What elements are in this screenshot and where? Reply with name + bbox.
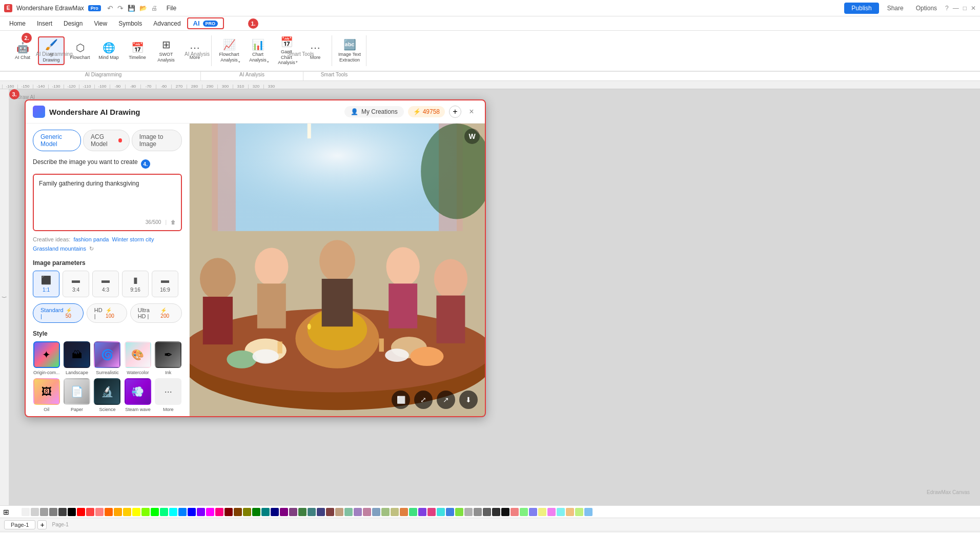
- color-swatch[interactable]: [317, 508, 325, 516]
- style-steam-wave[interactable]: 💨 Steam wave: [124, 378, 151, 412]
- color-swatch[interactable]: [215, 508, 223, 516]
- color-swatch[interactable]: [511, 508, 519, 516]
- share-button[interactable]: Share: [883, 4, 908, 13]
- color-swatch[interactable]: [584, 508, 593, 516]
- style-watercolor[interactable]: 🎨 Watercolor: [124, 341, 151, 375]
- menu-home[interactable]: Home: [4, 18, 31, 29]
- page-tab-1[interactable]: Page-1: [4, 520, 35, 529]
- menu-insert[interactable]: Insert: [32, 18, 57, 29]
- panel-close-btn[interactable]: ×: [465, 106, 478, 118]
- tool-image-text[interactable]: 🔤 Image Text Extraction: [336, 36, 363, 65]
- tool-mind-map[interactable]: 🌐 Mind Map: [95, 36, 122, 65]
- tab-acg-model[interactable]: ACG Model: [83, 130, 130, 151]
- tool-flowchart-analysis[interactable]: 📈 Flowchart Analysis ▾: [216, 36, 242, 65]
- color-swatch[interactable]: [132, 508, 140, 516]
- color-swatch[interactable]: [105, 508, 113, 516]
- color-swatch[interactable]: [114, 508, 122, 516]
- style-ink[interactable]: ✒ Ink: [155, 341, 182, 375]
- tool-flowchart[interactable]: ⬡ Flowchart: [67, 36, 93, 65]
- download-btn[interactable]: ⬇: [459, 391, 478, 409]
- menu-file[interactable]: File: [161, 3, 181, 14]
- tool-more-1[interactable]: ⋯ More: [181, 36, 208, 65]
- help-btn[interactable]: ?: [945, 5, 949, 12]
- color-swatch[interactable]: [58, 508, 67, 516]
- color-swatch[interactable]: [363, 508, 371, 516]
- color-swatch[interactable]: [372, 508, 380, 516]
- maximize-btn[interactable]: □: [963, 5, 967, 12]
- color-swatch[interactable]: [474, 508, 482, 516]
- idea-winter-storm[interactable]: Winter storm city: [112, 236, 154, 242]
- color-swatch[interactable]: [538, 508, 546, 516]
- color-swatch[interactable]: [529, 508, 537, 516]
- color-swatch[interactable]: [566, 508, 574, 516]
- print-btn[interactable]: 🖨: [151, 5, 157, 12]
- style-oil[interactable]: 🖼 Oil: [33, 378, 60, 412]
- color-swatch[interactable]: [252, 508, 260, 516]
- share-image-btn[interactable]: ↗: [437, 391, 455, 409]
- color-swatch[interactable]: [547, 508, 556, 516]
- menu-advanced[interactable]: Advanced: [148, 18, 186, 29]
- sidebar-toggle[interactable]: ⟩: [2, 296, 7, 298]
- options-button[interactable]: Options: [912, 4, 941, 13]
- color-swatch[interactable]: [197, 508, 205, 516]
- color-swatch[interactable]: [464, 508, 473, 516]
- undo-btn[interactable]: ↶: [107, 4, 113, 12]
- add-points-btn[interactable]: +: [449, 106, 461, 118]
- color-swatch[interactable]: [501, 508, 509, 516]
- idea-fashion-panda[interactable]: fashion panda: [73, 236, 109, 242]
- color-swatch[interactable]: [271, 508, 279, 516]
- color-swatch[interactable]: [40, 508, 48, 516]
- color-palette-toggle[interactable]: ⊞: [3, 508, 9, 516]
- style-origin[interactable]: ✦ Origin-com...: [33, 341, 60, 375]
- tool-timeline[interactable]: 📅 Timeline: [124, 36, 151, 65]
- color-swatch[interactable]: [151, 508, 159, 516]
- color-swatch[interactable]: [141, 508, 150, 516]
- color-swatch[interactable]: [446, 508, 454, 516]
- expand-btn[interactable]: ⤢: [414, 391, 433, 409]
- style-paper[interactable]: 📄 Paper: [63, 378, 90, 412]
- color-swatch[interactable]: [95, 508, 104, 516]
- color-swatch[interactable]: [261, 508, 270, 516]
- ratio-1-1[interactable]: ⬛ 1:1: [33, 271, 59, 297]
- color-swatch[interactable]: [123, 508, 131, 516]
- color-swatch[interactable]: [298, 508, 307, 516]
- my-creations-btn[interactable]: 👤 My Creations: [344, 106, 404, 117]
- ratio-4-3[interactable]: ▬ 4:3: [92, 271, 119, 297]
- minimize-btn[interactable]: —: [953, 5, 959, 12]
- color-swatch[interactable]: [492, 508, 500, 516]
- tool-ai-drawing[interactable]: 🖌️ AI Drawing: [38, 36, 65, 65]
- ratio-9-16[interactable]: ▮ 9:16: [122, 271, 149, 297]
- color-swatch[interactable]: [206, 508, 214, 516]
- color-swatch[interactable]: [289, 508, 297, 516]
- color-swatch[interactable]: [427, 508, 436, 516]
- color-swatch[interactable]: [86, 508, 94, 516]
- menu-design[interactable]: Design: [58, 18, 88, 29]
- color-swatch[interactable]: [418, 508, 426, 516]
- color-swatch[interactable]: [178, 508, 187, 516]
- color-swatch[interactable]: [243, 508, 251, 516]
- color-swatch[interactable]: [280, 508, 288, 516]
- color-swatch[interactable]: [381, 508, 390, 516]
- menu-view[interactable]: View: [89, 18, 112, 29]
- ratio-16-9[interactable]: ▬ 16:9: [152, 271, 178, 297]
- idea-grassland[interactable]: Grassland mountains: [33, 245, 86, 252]
- refresh-ideas-icon[interactable]: ↻: [89, 245, 94, 252]
- canvas-area[interactable]: Edraw AI 3. Wondershare AI Drawing 👤 My …: [9, 89, 980, 505]
- close-btn[interactable]: ✕: [971, 5, 976, 12]
- tool-more-2[interactable]: ⋯ More: [302, 36, 329, 65]
- open-btn[interactable]: 📂: [139, 5, 147, 12]
- color-swatch[interactable]: [344, 508, 353, 516]
- color-swatch[interactable]: [188, 508, 196, 516]
- color-swatch[interactable]: [12, 508, 21, 516]
- color-swatch[interactable]: [224, 508, 233, 516]
- color-swatch[interactable]: [31, 508, 39, 516]
- quality-ultra-hd[interactable]: Ultra HD | ⚡ 200: [130, 303, 182, 323]
- tool-swot[interactable]: ⊞ SWOT Analysis: [153, 36, 179, 65]
- color-swatch[interactable]: [335, 508, 343, 516]
- add-page-btn[interactable]: +: [37, 520, 47, 529]
- color-swatch[interactable]: [77, 508, 85, 516]
- menu-ai-tab[interactable]: AI PRO: [187, 17, 224, 29]
- color-swatch[interactable]: [160, 508, 168, 516]
- save-btn[interactable]: 💾: [128, 5, 135, 12]
- quality-hd[interactable]: HD | ⚡ 100: [87, 303, 127, 323]
